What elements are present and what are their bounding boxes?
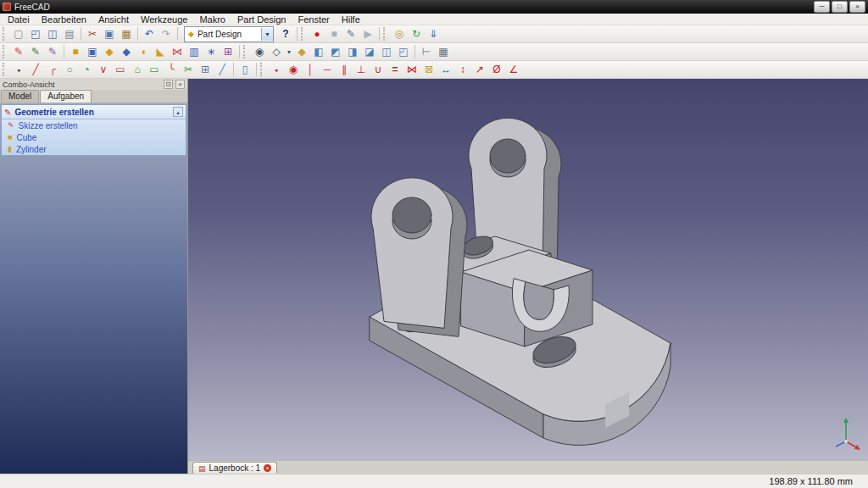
- constraint-symmetric-icon[interactable]: ⋈: [404, 62, 420, 77]
- cut-icon[interactable]: ✂: [85, 26, 100, 42]
- constraint-lock-icon[interactable]: ⊠: [421, 62, 437, 77]
- polygon-icon[interactable]: ⌂: [130, 62, 145, 77]
- point-icon[interactable]: ●: [11, 62, 26, 77]
- view-right-icon[interactable]: ◨: [345, 44, 360, 59]
- close-button[interactable]: ×: [849, 1, 865, 13]
- view-bottom-icon[interactable]: ◫: [379, 44, 394, 59]
- constraint-coincident-icon[interactable]: ●: [269, 62, 284, 77]
- dock-panel-icon[interactable]: ⊡: [164, 80, 173, 89]
- constraint-distance-icon[interactable]: ↗: [472, 62, 487, 77]
- constraint-vertical-icon[interactable]: │: [303, 62, 318, 77]
- task-item-skizze-erstellen[interactable]: ✎ Skizze erstellen: [2, 119, 186, 131]
- whats-this-icon[interactable]: ?: [278, 26, 293, 42]
- toolbar-handle[interactable]: [3, 27, 7, 41]
- revolution-icon[interactable]: ◆: [102, 44, 117, 59]
- maximize-button[interactable]: □: [832, 1, 848, 13]
- macro-play-icon[interactable]: ▶: [360, 26, 376, 42]
- constraint-horizontal-distance-icon[interactable]: ↔: [438, 62, 453, 77]
- view-rear-icon[interactable]: ◪: [362, 44, 377, 59]
- edit-sketch-icon[interactable]: ✎: [28, 44, 43, 59]
- download-icon[interactable]: ⇓: [426, 26, 441, 42]
- menu-makro[interactable]: Makro: [193, 14, 231, 25]
- save-icon[interactable]: ◫: [45, 26, 60, 42]
- groove-icon[interactable]: ◆: [119, 44, 134, 59]
- minimize-button[interactable]: ─: [814, 1, 830, 13]
- menu-werkzeuge[interactable]: Werkzeuge: [135, 14, 193, 25]
- mirrored-icon[interactable]: ⋈: [170, 44, 185, 59]
- view-left-icon[interactable]: ◰: [396, 44, 411, 59]
- draw-style-icon[interactable]: ◇: [269, 44, 284, 59]
- fillet-sketch-icon[interactable]: ╰: [164, 62, 179, 77]
- constraint-parallel-icon[interactable]: ∥: [337, 62, 352, 77]
- pad-icon[interactable]: ■: [68, 44, 83, 59]
- menu-ansicht[interactable]: Ansicht: [92, 14, 135, 25]
- redo-icon[interactable]: ↷: [159, 26, 174, 42]
- copy-icon[interactable]: ▣: [102, 26, 117, 42]
- menu-hilfe[interactable]: Hilfe: [336, 14, 366, 25]
- create-sketch-icon[interactable]: ✎: [11, 44, 26, 59]
- polar-pattern-icon[interactable]: ∗: [203, 44, 219, 59]
- dropdown-arrow-icon[interactable]: ▼: [261, 28, 273, 41]
- collapse-icon[interactable]: ▴: [173, 107, 183, 117]
- constraint-tangent-icon[interactable]: ∪: [370, 62, 386, 77]
- constraint-radius-icon[interactable]: Ø: [489, 62, 504, 77]
- polyline-icon[interactable]: ∨: [96, 62, 111, 77]
- workbench-selector[interactable]: ◆ Part Design ▼: [184, 26, 274, 42]
- line-icon[interactable]: ╱: [28, 62, 43, 77]
- view-isometric-icon[interactable]: ◆: [294, 44, 309, 59]
- slot-icon[interactable]: ▭: [147, 62, 162, 77]
- multitransform-icon[interactable]: ⊞: [220, 44, 236, 59]
- view-front-icon[interactable]: ◧: [311, 44, 326, 59]
- view-top-icon[interactable]: ◩: [328, 44, 343, 59]
- toolbar-handle[interactable]: [3, 63, 7, 76]
- toolbar-handle[interactable]: [243, 45, 248, 58]
- new-document-icon[interactable]: ▢: [11, 26, 26, 42]
- fit-all-icon[interactable]: ◉: [252, 44, 267, 59]
- macro-stop-icon[interactable]: ■: [326, 26, 342, 42]
- tab-model[interactable]: Model: [1, 90, 39, 103]
- document-tab-lagerbock[interactable]: ▤ Lagerbock : 1 ×: [192, 462, 277, 474]
- undo-icon[interactable]: ↶: [142, 26, 157, 42]
- construction-mode-icon[interactable]: ╱: [214, 62, 230, 77]
- external-geometry-icon[interactable]: ⊞: [198, 62, 213, 77]
- rectangle-icon[interactable]: ▭: [113, 62, 128, 77]
- menu-part-design[interactable]: Part Design: [231, 14, 292, 25]
- linear-pattern-icon[interactable]: ▥: [186, 44, 202, 59]
- constraint-perpendicular-icon[interactable]: ⊥: [353, 62, 369, 77]
- toolbar-handle[interactable]: [301, 27, 305, 41]
- open-folder-icon[interactable]: ◰: [28, 26, 43, 42]
- refresh-icon[interactable]: ↻: [409, 26, 424, 42]
- print-icon[interactable]: ▤: [62, 26, 77, 42]
- sketch-view-icon[interactable]: ▯: [237, 62, 253, 77]
- macro-record-icon[interactable]: ●: [309, 26, 325, 42]
- constraint-vertical-distance-icon[interactable]: ↕: [455, 62, 470, 77]
- menu-fenster[interactable]: Fenster: [292, 14, 335, 25]
- close-panel-icon[interactable]: ×: [175, 80, 185, 89]
- tab-aufgaben[interactable]: Aufgaben: [40, 90, 92, 103]
- 3d-viewport[interactable]: [188, 79, 868, 460]
- pocket-icon[interactable]: ▣: [85, 44, 100, 59]
- measure-distance-icon[interactable]: ⊢: [419, 44, 434, 59]
- constraint-angle-icon[interactable]: ∠: [506, 62, 521, 77]
- conic-icon[interactable]: ◔: [79, 62, 94, 77]
- constraint-equal-icon[interactable]: =: [387, 62, 403, 77]
- draw-style-arrow-icon[interactable]: ▾: [286, 44, 292, 59]
- paste-icon[interactable]: ▦: [119, 26, 134, 42]
- close-tab-icon[interactable]: ×: [264, 464, 271, 472]
- toolbar-handle[interactable]: [3, 45, 7, 58]
- constraint-horizontal-icon[interactable]: ─: [320, 62, 335, 77]
- macro-edit-icon[interactable]: ✎: [343, 26, 359, 42]
- web-browser-icon[interactable]: ◎: [392, 26, 407, 42]
- menu-bearbeiten[interactable]: Bearbeiten: [36, 14, 92, 25]
- toolbar-handle[interactable]: [260, 63, 264, 76]
- constraint-point-on-object-icon[interactable]: ◉: [286, 62, 301, 77]
- scene-inspector-icon[interactable]: ▦: [436, 44, 451, 59]
- task-item-cube[interactable]: ■ Cube: [2, 131, 186, 143]
- fillet-icon[interactable]: ◖: [136, 44, 151, 59]
- chamfer-icon[interactable]: ◣: [153, 44, 168, 59]
- trim-icon[interactable]: ✂: [181, 62, 196, 77]
- toolbar-handle[interactable]: [383, 27, 387, 41]
- arc-icon[interactable]: ╭: [45, 62, 60, 77]
- task-item-zylinder[interactable]: ▮ Zylinder: [2, 143, 186, 155]
- menu-datei[interactable]: Datei: [2, 14, 36, 25]
